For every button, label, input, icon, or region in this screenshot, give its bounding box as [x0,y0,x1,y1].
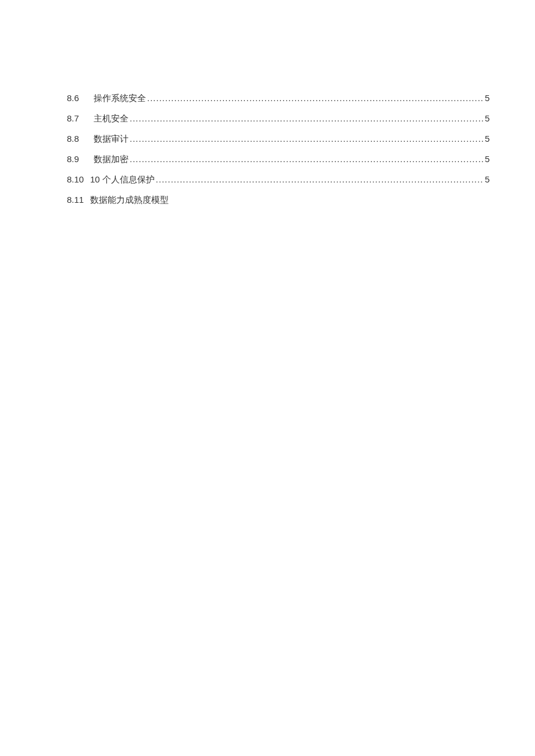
toc-entry-page: 5 [485,110,490,126]
toc-entry: 8.6 操作系统安全 5 [67,90,490,106]
toc-entry-title: 10 个人信息保护 [90,171,155,187]
toc-entry-page: 5 [485,171,490,187]
toc-entry-number: 8.7 [67,110,94,126]
toc-entry-page: 5 [485,131,490,146]
toc-entry-title: 数据能力成熟度模型 [90,192,169,207]
toc-container: 8.6 操作系统安全 5 8.7 主机安全 5 8.8 数据审计 5 8.9 数… [67,90,490,207]
toc-entry-title: 操作系统安全 [94,90,146,106]
toc-entry-number: 8.8 [67,131,94,146]
toc-entry: 8.9 数据加密 5 [67,151,490,167]
toc-entry-title: 主机安全 [94,110,129,126]
toc-entry-number: 8.10 [67,171,90,187]
toc-dots [130,110,484,126]
toc-entry: 8.11 数据能力成熟度模型 [67,192,490,207]
toc-dots [147,90,484,106]
toc-entry: 8.7 主机安全 5 [67,110,490,126]
toc-dots [130,131,484,146]
toc-entry-page: 5 [485,151,490,167]
toc-entry: 8.8 数据审计 5 [67,131,490,146]
toc-entry-title: 数据审计 [94,131,129,146]
toc-entry-number: 8.11 [67,192,90,207]
toc-entry: 8.10 10 个人信息保护 5 [67,171,490,187]
toc-dots [130,151,484,167]
toc-dots [156,171,484,187]
toc-entry-title: 数据加密 [94,151,129,167]
toc-entry-page: 5 [485,90,490,106]
toc-entry-number: 8.9 [67,151,94,167]
toc-entry-number: 8.6 [67,90,94,106]
